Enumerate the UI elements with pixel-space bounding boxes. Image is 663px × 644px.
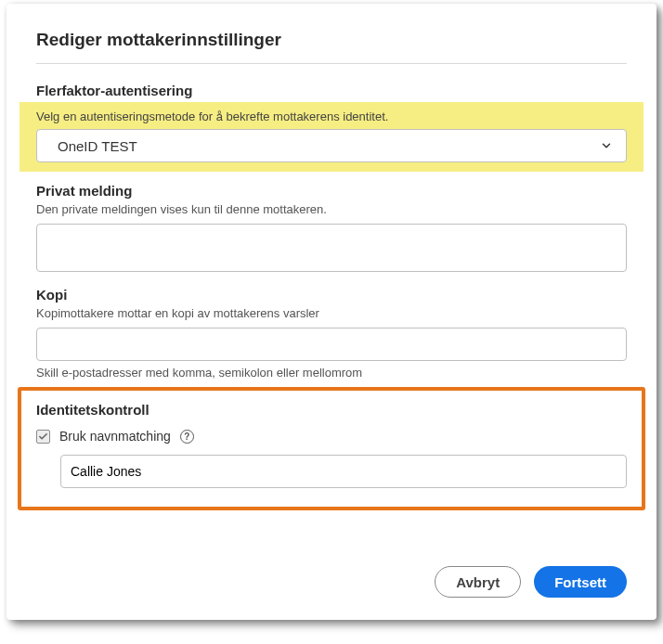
dialog-footer: Avbryt Fortsett — [36, 566, 627, 598]
mfa-method-value: OneID TEST — [50, 138, 600, 154]
copy-help: Kopimottakere mottar en kopi av mottaker… — [36, 306, 627, 320]
dialog-title: Rediger mottakerinnstillinger — [36, 30, 627, 64]
mfa-highlight: Velg en autentiseringsmetode for å bekre… — [20, 102, 644, 172]
chevron-down-icon — [600, 139, 613, 152]
private-message-input[interactable] — [36, 224, 627, 272]
copy-sub-help: Skill e-postadresser med komma, semikolo… — [36, 366, 627, 380]
private-message-label: Privat melding — [36, 183, 627, 199]
copy-label: Kopi — [36, 287, 627, 303]
continue-button[interactable]: Fortsett — [534, 566, 627, 598]
copy-input[interactable] — [36, 328, 627, 361]
recipient-settings-dialog: Rediger mottakerinnstillinger Flerfaktor… — [6, 4, 656, 620]
name-matching-label: Bruk navnmatching — [59, 429, 171, 444]
mfa-section: Flerfaktor-autentisering Velg en autenti… — [36, 83, 627, 172]
name-match-input[interactable] — [60, 455, 627, 488]
checkmark-icon — [38, 431, 48, 442]
identity-label: Identitetskontroll — [36, 402, 627, 418]
private-message-section: Privat melding Den private meldingen vis… — [36, 183, 627, 276]
mfa-label: Flerfaktor-autentisering — [36, 83, 627, 98]
mfa-method-select[interactable]: OneID TEST — [36, 129, 627, 162]
mfa-help-text: Velg en autentiseringsmetode for å bekre… — [36, 109, 627, 123]
name-matching-row: Bruk navnmatching ? — [36, 429, 627, 444]
info-icon[interactable]: ? — [180, 430, 194, 444]
identity-section: Identitetskontroll Bruk navnmatching ? — [18, 387, 645, 510]
private-message-help: Den private meldingen vises kun til denn… — [36, 202, 627, 216]
copy-section: Kopi Kopimottakere mottar en kopi av mot… — [36, 287, 627, 380]
cancel-button[interactable]: Avbryt — [435, 566, 521, 598]
name-matching-checkbox[interactable] — [36, 430, 50, 444]
